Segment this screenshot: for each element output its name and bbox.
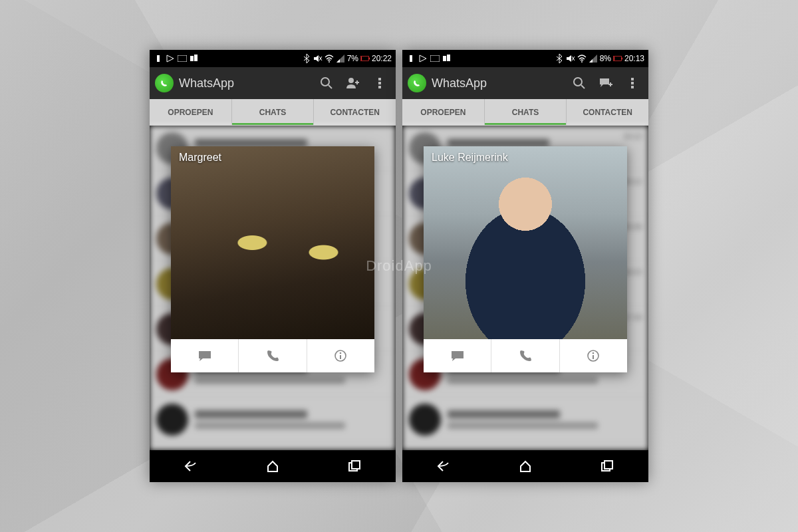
svg-point-15 [340, 352, 342, 354]
list-item[interactable] [150, 397, 396, 442]
battery-percent: 7% [347, 54, 358, 63]
status-bar: 8% 20:13 [402, 50, 648, 67]
list-item[interactable] [402, 397, 648, 442]
battery-percent: 8% [600, 54, 611, 63]
svg-rect-13 [378, 86, 381, 88]
tab-calls[interactable]: OPROEPEN [402, 99, 485, 125]
android-nav-bar [150, 450, 396, 482]
clock: 20:22 [372, 54, 392, 63]
svg-point-10 [348, 78, 354, 83]
notification-icon [166, 54, 175, 63]
status-left-icons [406, 54, 452, 63]
svg-rect-3 [194, 55, 198, 61]
battery-icon [360, 54, 370, 63]
notification-icon [154, 54, 163, 63]
tab-contacts[interactable]: CONTACTEN [567, 99, 648, 125]
call-button[interactable] [239, 339, 307, 372]
contact-popup: Margreet [171, 146, 374, 372]
mute-icon [313, 54, 323, 63]
status-bar: 7% 20:22 [150, 50, 396, 67]
svg-rect-30 [631, 82, 634, 84]
svg-rect-0 [157, 55, 160, 62]
back-button[interactable] [434, 457, 453, 475]
svg-point-23 [581, 61, 583, 63]
call-button[interactable] [491, 339, 559, 372]
whatsapp-logo-icon [155, 74, 174, 92]
notification-icon [442, 54, 452, 63]
new-chat-button[interactable] [595, 72, 616, 94]
contact-action-bar [424, 339, 627, 372]
contact-photo[interactable]: Margreet [171, 146, 374, 339]
clock: 20:13 [624, 54, 644, 63]
overflow-menu-button[interactable] [622, 72, 643, 94]
signal-icon [589, 54, 598, 63]
svg-point-8 [321, 78, 329, 86]
info-button[interactable] [560, 339, 627, 372]
recent-apps-button[interactable] [345, 457, 364, 475]
app-title: WhatsApp [432, 76, 563, 90]
tab-calls[interactable]: OPROEPEN [150, 99, 232, 125]
svg-rect-7 [361, 57, 362, 61]
notification-icon [190, 54, 199, 63]
notification-icon [418, 54, 428, 63]
home-button[interactable] [516, 457, 535, 475]
android-nav-bar [402, 450, 648, 482]
status-right-icons: 8% 20:13 [555, 54, 644, 63]
svg-point-27 [574, 78, 582, 86]
phone-left: 7% 20:22 WhatsApp OPROEPEN CHATS CONTA [150, 50, 396, 482]
svg-rect-20 [430, 55, 440, 62]
info-button[interactable] [307, 339, 374, 372]
tab-bar: OPROEPEN CHATS CONTACTEN [402, 99, 648, 126]
wifi-icon [577, 54, 587, 63]
svg-rect-6 [369, 58, 370, 60]
svg-rect-31 [631, 86, 634, 88]
phone-right: 8% 20:13 WhatsApp OPROEPEN CHATS CONTA [402, 50, 648, 482]
wifi-icon [325, 54, 334, 63]
tab-chats[interactable]: CHATS [485, 99, 567, 125]
notification-icon [430, 54, 440, 63]
svg-rect-1 [178, 55, 187, 62]
tab-chats[interactable]: CHATS [232, 99, 315, 125]
phones-container: 7% 20:22 WhatsApp OPROEPEN CHATS CONTA [0, 50, 798, 482]
back-button[interactable] [182, 457, 200, 475]
svg-rect-2 [190, 56, 194, 61]
svg-rect-22 [447, 55, 450, 61]
svg-rect-16 [340, 355, 341, 359]
tab-bar: OPROEPEN CHATS CONTACTEN [150, 99, 396, 126]
svg-point-4 [329, 61, 330, 63]
svg-rect-26 [614, 57, 614, 61]
svg-rect-12 [378, 82, 381, 84]
notification-icon [406, 54, 416, 63]
svg-line-9 [329, 85, 332, 88]
contact-name: Margreet [179, 152, 221, 164]
app-title: WhatsApp [179, 76, 311, 90]
message-button[interactable] [171, 339, 239, 372]
home-button[interactable] [263, 457, 282, 475]
contact-photo[interactable]: Luke Reijmerink [424, 146, 627, 339]
svg-line-28 [581, 85, 585, 88]
search-button[interactable] [569, 72, 590, 94]
bluetooth-icon [555, 54, 564, 63]
recent-apps-button[interactable] [598, 457, 616, 475]
svg-rect-18 [352, 461, 360, 469]
tab-contacts[interactable]: CONTACTEN [314, 99, 396, 125]
svg-rect-11 [378, 78, 381, 80]
svg-rect-19 [410, 55, 412, 62]
signal-icon [336, 54, 345, 63]
svg-rect-25 [622, 58, 622, 60]
svg-rect-34 [593, 355, 594, 359]
svg-rect-36 [604, 461, 612, 469]
bluetooth-icon [302, 54, 311, 63]
contact-action-bar [171, 339, 374, 372]
overflow-menu-button[interactable] [369, 72, 390, 94]
app-action-bar: WhatsApp [150, 67, 396, 99]
notification-icon [178, 54, 187, 63]
add-contact-button[interactable] [342, 72, 364, 94]
svg-rect-29 [631, 78, 634, 80]
mute-icon [566, 54, 575, 63]
search-button[interactable] [316, 72, 337, 94]
contact-popup: Luke Reijmerink [424, 146, 627, 372]
message-button[interactable] [424, 339, 491, 372]
status-left-icons [154, 54, 199, 63]
app-action-bar: WhatsApp [402, 67, 648, 99]
